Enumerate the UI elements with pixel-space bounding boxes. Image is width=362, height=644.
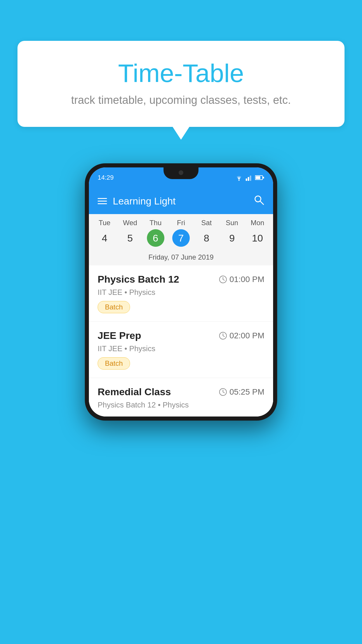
date-9[interactable]: 9 xyxy=(219,229,245,247)
schedule-list: Physics Batch 12 01:00 PM IIT JEE • Phys… xyxy=(89,265,273,416)
schedule-time-2: 02:00 PM xyxy=(219,331,264,340)
day-label-wed: Wed xyxy=(117,219,143,227)
schedule-subtitle-1: IIT JEE • Physics xyxy=(98,288,264,297)
clock-icon-3 xyxy=(219,388,227,396)
schedule-item-3-header: Remedial Class 05:25 PM xyxy=(98,386,264,398)
date-7-selected[interactable]: 7 xyxy=(172,229,190,247)
camera-icon xyxy=(179,170,183,175)
date-numbers: 4 5 6 7 8 9 10 xyxy=(89,228,273,251)
clock-icon-2 xyxy=(219,332,227,340)
bubble-subtitle: track timetable, upcoming classes, tests… xyxy=(41,94,321,106)
phone-container: 14:29 xyxy=(85,163,277,421)
svg-line-17 xyxy=(223,392,224,393)
notch xyxy=(164,167,198,179)
schedule-subtitle-3: Physics Batch 12 • Physics xyxy=(98,400,264,410)
day-label-thu: Thu xyxy=(143,219,168,227)
svg-rect-3 xyxy=(250,176,251,181)
speech-bubble-container: Time-Table track timetable, upcoming cla… xyxy=(17,41,345,127)
day-label-mon: Mon xyxy=(245,219,270,227)
calendar-section: Tue Wed Thu Fri Sat Sun Mon 4 5 6 7 8 9 … xyxy=(89,214,273,265)
app-title: Learning Light xyxy=(113,195,176,207)
phone-screen: 14:29 xyxy=(89,167,273,416)
speech-bubble: Time-Table track timetable, upcoming cla… xyxy=(17,41,345,127)
phone-frame: 14:29 xyxy=(85,163,277,421)
status-time: 14:29 xyxy=(98,174,114,181)
date-6-today[interactable]: 6 xyxy=(147,229,164,247)
signal-icon xyxy=(246,174,253,181)
svg-rect-1 xyxy=(246,178,247,181)
schedule-title-3: Remedial Class xyxy=(98,386,171,398)
day-label-fri: Fri xyxy=(168,219,194,227)
svg-line-14 xyxy=(223,336,224,337)
schedule-title-1: Physics Batch 12 xyxy=(98,274,179,285)
bubble-title: Time-Table xyxy=(41,58,321,88)
app-header: Learning Light xyxy=(89,188,273,214)
schedule-item-2-header: JEE Prep 02:00 PM xyxy=(98,330,264,341)
clock-icon-1 xyxy=(219,275,227,284)
schedule-time-1: 01:00 PM xyxy=(219,275,264,284)
day-label-sun: Sun xyxy=(219,219,245,227)
schedule-time-3: 05:25 PM xyxy=(219,387,264,397)
schedule-item-2[interactable]: JEE Prep 02:00 PM IIT JEE • Physics Batc… xyxy=(89,322,273,378)
svg-line-11 xyxy=(223,279,224,280)
battery-icon xyxy=(255,175,264,180)
schedule-item-1-header: Physics Batch 12 01:00 PM xyxy=(98,274,264,285)
svg-rect-5 xyxy=(256,176,260,179)
day-headers: Tue Wed Thu Fri Sat Sun Mon xyxy=(89,214,273,228)
date-10[interactable]: 10 xyxy=(245,229,270,247)
svg-point-0 xyxy=(238,180,240,181)
batch-tag-1: Batch xyxy=(98,301,130,313)
day-label-sat: Sat xyxy=(194,219,219,227)
menu-button[interactable] xyxy=(98,198,107,204)
svg-rect-2 xyxy=(248,177,249,181)
status-icons xyxy=(235,174,264,181)
date-8[interactable]: 8 xyxy=(194,229,219,247)
schedule-item-3[interactable]: Remedial Class 05:25 PM Physics Batch 12… xyxy=(89,378,273,416)
svg-rect-6 xyxy=(263,177,264,178)
date-4[interactable]: 4 xyxy=(92,229,117,247)
header-left: Learning Light xyxy=(98,195,176,207)
batch-tag-2: Batch xyxy=(98,357,130,370)
svg-line-8 xyxy=(260,201,263,204)
search-button[interactable] xyxy=(253,194,264,208)
wifi-icon xyxy=(235,174,243,181)
day-label-tue: Tue xyxy=(92,219,117,227)
schedule-item-1[interactable]: Physics Batch 12 01:00 PM IIT JEE • Phys… xyxy=(89,265,273,322)
schedule-title-2: JEE Prep xyxy=(98,330,141,341)
schedule-subtitle-2: IIT JEE • Physics xyxy=(98,344,264,353)
status-bar: 14:29 xyxy=(89,167,273,188)
selected-date-label: Friday, 07 June 2019 xyxy=(89,251,273,265)
date-5[interactable]: 5 xyxy=(117,229,143,247)
